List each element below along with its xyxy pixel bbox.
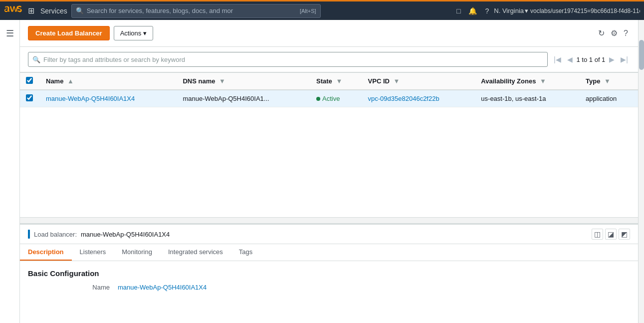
filter-search-icon: 🔍	[32, 56, 40, 63]
first-page-button[interactable]: |◀	[552, 54, 563, 64]
filter-bar: 🔍 |◀ ◀ 1 to 1 of 1 ▶ ▶|	[20, 47, 638, 72]
tab-integrated-services[interactable]: Integrated services	[160, 244, 231, 261]
right-scrollbar[interactable]	[638, 20, 644, 323]
search-icon: 🔍	[76, 7, 84, 14]
az-column-header[interactable]: Availability Zones ▼	[475, 73, 580, 90]
help-icon[interactable]: ?	[622, 27, 630, 40]
search-input[interactable]	[87, 7, 297, 14]
detail-panel: Load balancer: manue-WebAp-Q5H4I60IA1X4 …	[20, 223, 638, 323]
state-sort-icon: ▼	[336, 77, 342, 85]
nav-icons: □ 🔔 ? N. Virginia ▾ voclabs/user1974215=…	[453, 5, 640, 17]
basic-config-title: Basic Configuration	[28, 269, 630, 278]
detail-indicator	[28, 230, 30, 239]
account-menu[interactable]: voclabs/user1974215=9bc66d18-f4d8-11e9-9…	[530, 7, 640, 14]
services-label[interactable]: Services	[40, 7, 67, 15]
config-name-value[interactable]: manue-WebAp-Q5H4I60IA1X4	[118, 284, 207, 291]
row-type-cell: application	[580, 90, 638, 107]
az-sort-icon: ▼	[540, 77, 546, 85]
row-dns-cell: manue-WebAp-Q5H4I60IA1...	[177, 90, 310, 107]
name-sort-icon: ▲	[67, 77, 74, 85]
top-section: Create Load Balancer Actions ▾ ↻ ⚙ ? 🔍	[20, 20, 638, 223]
tab-description[interactable]: Description	[20, 244, 72, 261]
detail-tabs: Description Listeners Monitoring Integra…	[20, 244, 638, 261]
aws-logo[interactable]	[4, 5, 22, 17]
name-column-header[interactable]: Name ▲	[40, 73, 177, 90]
table-row[interactable]: manue-WebAp-Q5H4I60IA1X4 manue-WebAp-Q5H…	[20, 90, 638, 107]
settings-icon[interactable]: ⚙	[609, 26, 620, 40]
toolbar-right: ↻ ⚙ ?	[596, 26, 630, 40]
top-navigation: ⊞ Services 🔍 [Alt+S] □ 🔔 ? N. Virginia ▾…	[0, 0, 644, 20]
detail-expand-button[interactable]: ◪	[605, 229, 617, 240]
status-dot-icon	[316, 97, 320, 101]
vpc-sort-icon: ▼	[394, 77, 400, 85]
region-selector[interactable]: N. Virginia ▾	[494, 7, 528, 14]
config-name-label: Name	[28, 284, 118, 291]
detail-label: Load balancer:	[34, 231, 77, 238]
lb-name-link[interactable]: manue-WebAp-Q5H4I60IA1X4	[46, 95, 135, 102]
tab-monitoring[interactable]: Monitoring	[114, 244, 160, 261]
row-checkbox-cell[interactable]	[20, 90, 40, 107]
filter-input-wrapper[interactable]: 🔍	[28, 52, 548, 67]
type-column-header[interactable]: Type ▼	[580, 73, 638, 90]
next-page-button[interactable]: ▶	[607, 54, 617, 64]
last-page-button[interactable]: ▶|	[619, 54, 630, 64]
pagination-text: 1 to 1 of 1	[577, 56, 606, 63]
page-layout: ☰ Create Load Balancer Actions ▾ ↻ ⚙ ?	[0, 20, 644, 323]
grid-icon[interactable]: ⊞	[26, 4, 36, 17]
state-column-header[interactable]: State ▼	[310, 73, 362, 90]
main-content: Create Load Balancer Actions ▾ ↻ ⚙ ? 🔍	[20, 20, 638, 323]
row-checkbox[interactable]	[26, 94, 33, 101]
actions-button[interactable]: Actions ▾	[114, 26, 154, 40]
sidebar-toggle-icon[interactable]: ☰	[2, 24, 18, 43]
detail-header-icons: ◫ ◪ ◩	[592, 229, 630, 240]
search-shortcut: [Alt+S]	[300, 8, 316, 14]
config-name-row: Name manue-WebAp-Q5H4I60IA1X4	[28, 284, 630, 291]
tab-tags[interactable]: Tags	[231, 244, 260, 261]
detail-content: Basic Configuration Name manue-WebAp-Q5H…	[20, 261, 638, 323]
table-header-row: Name ▲ DNS name ▼ State ▼	[20, 73, 638, 90]
refresh-icon[interactable]: ↻	[596, 26, 607, 40]
create-load-balancer-button[interactable]: Create Load Balancer	[28, 26, 110, 40]
detail-header: Load balancer: manue-WebAp-Q5H4I60IA1X4 …	[20, 225, 638, 244]
filter-input[interactable]	[43, 56, 543, 63]
pagination: |◀ ◀ 1 to 1 of 1 ▶ ▶|	[552, 54, 630, 64]
horizontal-scrollbar[interactable]	[20, 217, 638, 223]
chevron-down-icon: ▾	[143, 29, 147, 37]
select-all-checkbox[interactable]	[26, 77, 33, 84]
scroll-thumb[interactable]	[639, 40, 644, 70]
detail-fullscreen-button[interactable]: ◩	[619, 229, 630, 240]
row-vpc-cell: vpc-09d35e82046c2f22b	[362, 90, 475, 107]
prev-page-button[interactable]: ◀	[565, 54, 575, 64]
load-balancers-table: Name ▲ DNS name ▼ State ▼	[20, 72, 638, 107]
bell-icon[interactable]: 🔔	[465, 5, 480, 17]
toolbar: Create Load Balancer Actions ▾ ↻ ⚙ ?	[20, 20, 638, 47]
status-badge: Active	[316, 95, 356, 102]
row-name-cell: manue-WebAp-Q5H4I60IA1X4	[40, 90, 177, 107]
table-area: 🔍 |◀ ◀ 1 to 1 of 1 ▶ ▶|	[20, 47, 638, 217]
row-az-cell: us-east-1b, us-east-1a	[475, 90, 580, 107]
terminal-icon[interactable]: □	[453, 5, 463, 17]
help-icon[interactable]: ?	[482, 5, 492, 17]
vpc-id-link[interactable]: vpc-09d35e82046c2f22b	[368, 95, 439, 102]
tab-listeners[interactable]: Listeners	[72, 244, 114, 261]
row-state-cell: Active	[310, 90, 362, 107]
select-all-header[interactable]	[20, 73, 40, 90]
global-search[interactable]: 🔍 [Alt+S]	[71, 4, 321, 18]
type-sort-icon: ▼	[604, 77, 611, 85]
sidebar: ☰	[0, 20, 20, 323]
vpc-id-column-header[interactable]: VPC ID ▼	[362, 73, 475, 90]
dns-sort-icon: ▼	[219, 77, 225, 85]
dns-name-column-header[interactable]: DNS name ▼	[177, 73, 310, 90]
detail-lb-name: manue-WebAp-Q5H4I60IA1X4	[81, 231, 170, 238]
detail-split-view-button[interactable]: ◫	[592, 229, 603, 240]
